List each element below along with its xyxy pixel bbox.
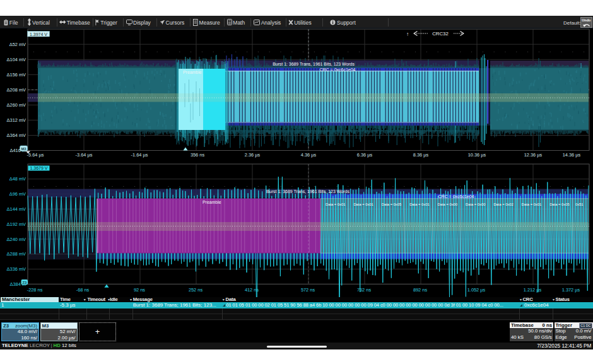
svg-text:Δ208 mV: Δ208 mV	[7, 87, 26, 93]
svg-text:Z3: Z3	[22, 281, 27, 285]
svg-text:Preamble: Preamble	[203, 200, 221, 204]
svg-text:572 ns: 572 ns	[301, 287, 315, 293]
svg-text:6.36 µs: 6.36 µs	[357, 152, 373, 158]
svg-text:Δ240 mV: Δ240 mV	[7, 237, 26, 242]
svg-text:Data = 0x02: Data = 0x02	[493, 203, 513, 206]
svg-text:Data = 0x01: Data = 0x01	[522, 203, 541, 206]
svg-text:Data = 0x01: Data = 0x01	[353, 203, 373, 206]
svg-text:Δ364 mV: Δ364 mV	[7, 132, 26, 138]
svg-text:Burst 1: 3689 Trans, 1961 Bits: Burst 1: 3689 Trans, 1961 Bits, 123 Word…	[266, 189, 349, 194]
svg-text:-3.64 µs: -3.64 µs	[76, 152, 93, 158]
svg-text:Δ192 mV: Δ192 mV	[7, 221, 26, 227]
svg-text:1.3679 V: 1.3679 V	[30, 166, 47, 170]
svg-text:92 ns: 92 ns	[134, 287, 145, 293]
svg-text:2.36 µs: 2.36 µs	[245, 152, 261, 158]
svg-text:0x51: 0x51	[575, 203, 584, 206]
svg-text:Δ312 mV: Δ312 mV	[7, 117, 26, 123]
svg-text:Data = 0x00: Data = 0x00	[466, 203, 485, 206]
svg-text:356 ns: 356 ns	[191, 152, 204, 158]
svg-text:Preamble: Preamble	[183, 70, 202, 74]
svg-text:1.3974 V: 1.3974 V	[30, 32, 47, 37]
svg-text:CRC = 0xc6c1e04: CRC = 0xc6c1e04	[319, 68, 355, 72]
svg-text:252 ns: 252 ns	[189, 287, 203, 293]
svg-text:Data = 0x00: Data = 0x00	[438, 203, 457, 206]
svg-text:Δ156 mV: Δ156 mV	[7, 72, 26, 78]
svg-text:-228 ns: -228 ns	[27, 287, 43, 293]
svg-text:Δ104 mV: Δ104 mV	[7, 57, 26, 62]
svg-text:8.36 µs: 8.36 µs	[413, 152, 429, 158]
svg-text:1.212 µs: 1.212 µs	[524, 287, 542, 293]
svg-text:Δ48 mV: Δ48 mV	[9, 176, 26, 182]
svg-text:Δ96 mV: Δ96 mV	[9, 191, 26, 197]
svg-text:CRC = 0xc6c1e04: CRC = 0xc6c1e04	[438, 194, 474, 199]
svg-text:Δ52 mV: Δ52 mV	[9, 42, 26, 47]
svg-text:732 ns: 732 ns	[357, 287, 371, 293]
svg-text:-1.64 µs: -1.64 µs	[131, 152, 148, 158]
svg-text:CRC32: CRC32	[432, 31, 449, 37]
svg-text:-68 ns: -68 ns	[76, 287, 90, 293]
svg-text:Δ288 mV: Δ288 mV	[7, 251, 26, 257]
svg-text:12.36 µs: 12.36 µs	[524, 152, 543, 158]
svg-text:14.36 µs: 14.36 µs	[563, 152, 581, 158]
svg-text:Data = 0x01: Data = 0x01	[326, 203, 345, 206]
svg-text:4.36 µs: 4.36 µs	[301, 152, 317, 158]
svg-text:-5.64 µs: -5.64 µs	[27, 152, 44, 158]
svg-text:Burst 1: 3689 Trans, 1961 Bits: Burst 1: 3689 Trans, 1961 Bits, 123 Word…	[273, 62, 355, 66]
svg-text:Data = 0x05: Data = 0x05	[549, 203, 569, 206]
svg-text:Δ144 mV: Δ144 mV	[7, 206, 26, 212]
svg-text:↑: ↑	[406, 31, 409, 37]
svg-text:M3: M3	[21, 147, 26, 151]
svg-text:10.36 µs: 10.36 µs	[468, 152, 486, 158]
svg-text:1.052 µs: 1.052 µs	[467, 287, 486, 293]
svg-text:1.372 µs: 1.372 µs	[562, 287, 580, 293]
svg-text:Δ260 mV: Δ260 mV	[7, 102, 26, 108]
svg-text:412 ns: 412 ns	[245, 287, 259, 293]
svg-text:Δ336 mV: Δ336 mV	[7, 266, 26, 272]
svg-text:Data = 0x01: Data = 0x01	[409, 203, 429, 206]
svg-text:Data = 0x05: Data = 0x05	[382, 203, 401, 206]
svg-text:892 ns: 892 ns	[413, 287, 427, 293]
